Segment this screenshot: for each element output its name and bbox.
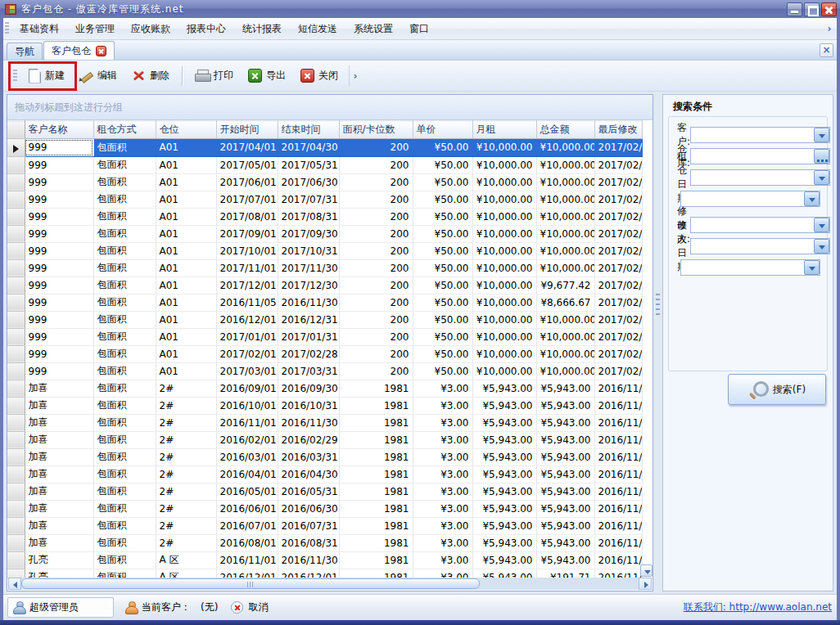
panel-splitter[interactable] [655,94,661,591]
cell[interactable]: ¥50.00 [413,173,472,191]
cell[interactable]: ¥5,943.00 [472,431,536,448]
cell[interactable]: 1981 [339,517,413,534]
cell[interactable]: 包面积 [93,380,156,397]
cell[interactable]: 孔亮 [25,551,93,569]
cell[interactable]: 999 [25,242,93,259]
cancel-label[interactable]: 取消 [248,600,268,614]
cell[interactable]: ¥5,943.00 [536,483,594,500]
scroll-right-icon[interactable] [639,578,652,590]
cell[interactable]: A01 [156,259,216,277]
cell[interactable]: ¥50.00 [413,225,472,242]
cell[interactable]: 加喜 [25,517,93,534]
table-row[interactable]: 加喜包面积2#2016/07/012016/07/311981¥3.00¥5,9… [7,517,642,534]
cell[interactable]: ¥10,000.00 [536,191,594,208]
cell[interactable]: ¥9,677.42 [536,277,594,294]
cell[interactable]: ¥5,943.00 [472,465,536,483]
cell[interactable]: 2016/05/01 [216,483,278,500]
cell[interactable]: ¥3.00 [413,551,472,569]
table-row[interactable]: 999包面积A012017/11/012017/11/30200¥50.00¥1… [7,259,642,277]
cell[interactable]: 2017/01/01 [216,328,278,345]
cell[interactable]: ¥50.00 [413,139,472,156]
column-header-开始时间[interactable]: 开始时间 [216,121,278,139]
dropdown-arrow-icon[interactable] [814,218,829,232]
cell[interactable]: 2017/02/ [594,362,642,380]
cell[interactable]: ¥10,000.00 [536,139,594,156]
toolbar-button-编辑[interactable]: 编辑 [72,64,124,88]
column-header-面积/卡位数[interactable]: 面积/卡位数 [339,121,413,139]
menu-item[interactable]: 短信发送 [290,19,345,39]
column-header-仓位[interactable]: 仓位 [156,121,216,139]
menu-item[interactable]: 基础资料 [11,19,67,39]
maximize-icon[interactable] [804,2,820,16]
cell[interactable]: 2016/07/01 [216,517,278,534]
cell[interactable]: 包面积 [93,191,156,208]
table-row[interactable]: 999包面积A012017/10/012017/10/31200¥50.00¥1… [7,242,642,259]
cell[interactable]: 2016/11/ [594,414,642,431]
cell[interactable]: 2017/08/01 [216,208,278,225]
toolbar-button-打印[interactable]: 打印 [187,64,241,88]
cell[interactable]: ¥5,943.00 [472,534,536,551]
cell[interactable]: 2017/10/01 [216,242,278,259]
column-header-月租[interactable]: 月租 [472,121,536,139]
table-row[interactable]: 999包面积A012017/12/012017/12/30200¥50.00¥1… [7,277,642,294]
cell[interactable]: 加喜 [25,534,93,551]
cell[interactable]: 2016/02/01 [216,431,278,448]
cell[interactable]: 999 [25,328,93,345]
cell[interactable]: 加喜 [25,397,93,414]
cell[interactable]: 加喜 [25,500,93,517]
column-header-总金额[interactable]: 总金额 [536,121,594,139]
cell[interactable]: 加喜 [25,483,93,500]
column-header-结束时间[interactable]: 结束时间 [278,121,339,139]
cell[interactable]: ¥50.00 [413,259,472,277]
cell[interactable]: ¥3.00 [413,414,472,431]
cancel-icon[interactable] [231,601,243,614]
cell[interactable]: ¥10,000.00 [472,208,536,225]
cell[interactable]: 2017/02/ [594,345,642,362]
cell[interactable]: 1981 [339,534,413,551]
cell[interactable]: ¥3.00 [413,380,472,397]
cell[interactable]: 2017/08/31 [278,208,339,225]
cell[interactable]: ¥8,666.67 [536,294,594,311]
cell[interactable]: 包面积 [93,500,156,517]
cell[interactable]: ¥50.00 [413,242,472,259]
contact-link[interactable]: 联系我们: http://www.aolan.net [684,600,832,614]
cell[interactable]: 2017/09/30 [278,225,339,242]
vertical-scroll-down-icon[interactable] [640,564,653,577]
cell[interactable]: ¥50.00 [413,208,472,225]
cell[interactable]: 200 [339,225,413,242]
cell[interactable]: 2# [156,483,216,500]
cell[interactable]: 200 [339,156,413,173]
cell[interactable]: 包面积 [93,483,156,500]
cell[interactable]: ¥5,943.00 [536,414,594,431]
cell[interactable]: ¥3.00 [413,483,472,500]
cell[interactable]: ¥10,000.00 [536,328,594,345]
cell[interactable]: 加喜 [25,380,93,397]
cell[interactable]: 2016/11/01 [216,551,278,569]
cell[interactable]: 2017/02/ [594,156,642,173]
cell[interactable]: A01 [156,294,216,311]
cell[interactable]: 包面积 [93,242,156,259]
cell[interactable]: 2# [156,534,216,551]
scrollbar-thumb[interactable] [21,578,480,589]
search-input[interactable] [691,128,814,142]
cell[interactable]: 200 [339,311,413,328]
cell[interactable]: 2016/11/05 [216,294,278,311]
toolbar-button-导出[interactable]: 导出 [241,64,293,88]
cell[interactable]: A01 [156,173,216,191]
cell[interactable]: 999 [25,208,93,225]
cell[interactable]: 包面积 [93,414,156,431]
cell[interactable]: 2017/02/ [594,311,642,328]
cell[interactable]: ¥10,000.00 [536,173,594,191]
cell[interactable]: ¥5,943.00 [536,534,594,551]
cell[interactable]: ¥5,943.00 [536,500,594,517]
cell[interactable]: A01 [156,328,216,345]
cell[interactable]: ¥10,000.00 [536,345,594,362]
cell[interactable]: 2016/07/31 [278,517,339,534]
cell[interactable]: 2016/09/30 [278,380,339,397]
cell[interactable]: ¥5,943.00 [536,380,594,397]
cell[interactable]: ¥5,943.00 [536,517,594,534]
cell[interactable]: ¥5,943.00 [472,397,536,414]
cell[interactable]: 2# [156,397,216,414]
cell[interactable]: 999 [25,139,93,156]
cell[interactable]: 2# [156,500,216,517]
